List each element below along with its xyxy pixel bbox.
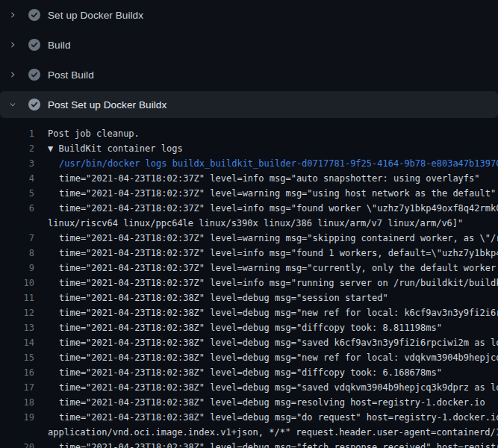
log-line-number[interactable]: 6 xyxy=(0,201,34,216)
step-label: Post Build xyxy=(48,69,94,81)
actions-log-viewer: Set up Docker Buildx Build Post Buil xyxy=(0,0,498,448)
log-line-text: time="2021-04-23T18:02:37Z" level=info m… xyxy=(59,171,480,186)
step-header-build[interactable]: Build xyxy=(0,30,498,60)
log-line-number[interactable]: 3 xyxy=(0,156,34,171)
chevron-right-icon xyxy=(9,39,16,51)
log-line-number[interactable]: 17 xyxy=(0,380,34,395)
log-line-text: time="2021-04-23T18:02:38Z" level=debug … xyxy=(59,290,388,305)
log-line-text: time="2021-04-23T18:02:38Z" level=debug … xyxy=(59,350,498,365)
log-line: linux/riscv64 linux/ppc64le linux/s390x … xyxy=(0,216,498,231)
log-line-number[interactable]: 7 xyxy=(0,231,34,246)
log-line: 9 time="2021-04-23T18:02:37Z" level=warn… xyxy=(0,261,498,276)
log-line-number[interactable]: 10 xyxy=(0,276,34,290)
log-line-text: application/vnd.oci.image.index.v1+json,… xyxy=(48,425,498,440)
log-line-text: /usr/bin/docker logs buildx_buildkit_bui… xyxy=(59,156,498,171)
step-label: Build xyxy=(48,40,71,51)
log-line: 2 ▼ BuildKit container logs xyxy=(0,141,498,156)
step-label: Set up Docker Buildx xyxy=(48,10,143,21)
log-line-text: time="2021-04-23T18:02:38Z" level=debug … xyxy=(59,410,498,425)
log-line-text: Post job cleanup. xyxy=(48,126,140,141)
log-line: 20 time="2021-04-23T18:02:38Z" level=deb… xyxy=(0,440,498,448)
log-line-number[interactable]: 15 xyxy=(0,350,34,365)
chevron-down-icon xyxy=(9,99,16,111)
log-line: 5 time="2021-04-23T18:02:37Z" level=warn… xyxy=(0,186,498,201)
log-group-toggle[interactable]: ▼ BuildKit container logs xyxy=(48,141,183,156)
log-line-number[interactable]: 16 xyxy=(0,365,34,380)
log-line: 6 time="2021-04-23T18:02:37Z" level=info… xyxy=(0,201,498,216)
log-line-text: time="2021-04-23T18:02:37Z" level=warnin… xyxy=(59,186,496,201)
log-line-number[interactable]: 14 xyxy=(0,335,34,350)
log-line-text: time="2021-04-23T18:02:37Z" level=info m… xyxy=(59,276,498,290)
step-header-post-build[interactable]: Post Build xyxy=(0,60,498,90)
log-line-number[interactable]: 4 xyxy=(0,171,34,186)
log-line: 4 time="2021-04-23T18:02:37Z" level=info… xyxy=(0,171,498,186)
log-line-text: time="2021-04-23T18:02:37Z" level=warnin… xyxy=(59,231,498,246)
log-line: 18 time="2021-04-23T18:02:38Z" level=deb… xyxy=(0,395,498,410)
log-line-text: time="2021-04-23T18:02:38Z" level=debug … xyxy=(59,320,442,335)
log-line-text: time="2021-04-23T18:02:38Z" level=debug … xyxy=(59,335,498,350)
log-line: 17 time="2021-04-23T18:02:38Z" level=deb… xyxy=(0,380,498,395)
log-line: 16 time="2021-04-23T18:02:38Z" level=deb… xyxy=(0,365,498,380)
log-line-text: time="2021-04-23T18:02:38Z" level=debug … xyxy=(59,440,498,448)
log-line-text: time="2021-04-23T18:02:37Z" level=warnin… xyxy=(59,261,498,276)
log-line-number[interactable]: 2 xyxy=(0,141,34,156)
check-circle-icon xyxy=(28,99,40,111)
log-line-number[interactable] xyxy=(0,425,34,440)
log-output: 1 Post job cleanup. 2 ▼ BuildKit contain… xyxy=(0,118,498,448)
log-line-text: time="2021-04-23T18:02:38Z" level=debug … xyxy=(59,365,442,380)
log-line-text: time="2021-04-23T18:02:38Z" level=debug … xyxy=(59,380,498,395)
log-line: 7 time="2021-04-23T18:02:37Z" level=warn… xyxy=(0,231,498,246)
chevron-right-icon xyxy=(9,69,16,81)
log-line-text: linux/riscv64 linux/ppc64le linux/s390x … xyxy=(48,216,463,231)
check-circle-icon xyxy=(28,69,40,81)
log-line: 3 /usr/bin/docker logs buildx_buildkit_b… xyxy=(0,156,498,171)
step-header-post-set-up-docker-buildx[interactable]: Post Set up Docker Buildx xyxy=(0,91,498,118)
log-line: 14 time="2021-04-23T18:02:38Z" level=deb… xyxy=(0,335,498,350)
log-line: 1 Post job cleanup. xyxy=(0,126,498,141)
log-line: 11 time="2021-04-23T18:02:38Z" level=deb… xyxy=(0,290,498,305)
log-line: 13 time="2021-04-23T18:02:38Z" level=deb… xyxy=(0,320,498,335)
log-line: 12 time="2021-04-23T18:02:38Z" level=deb… xyxy=(0,305,498,320)
log-line-number[interactable]: 18 xyxy=(0,395,34,410)
log-line-number[interactable]: 19 xyxy=(0,410,34,425)
log-line-text: time="2021-04-23T18:02:38Z" level=debug … xyxy=(59,395,485,410)
log-line: 19 time="2021-04-23T18:02:38Z" level=deb… xyxy=(0,410,498,425)
log-line-number[interactable]: 20 xyxy=(0,440,34,448)
log-line: 15 time="2021-04-23T18:02:38Z" level=deb… xyxy=(0,350,498,365)
log-line-number[interactable]: 11 xyxy=(0,290,34,305)
log-line: 8 time="2021-04-23T18:02:37Z" level=info… xyxy=(0,246,498,261)
log-line-text: time="2021-04-23T18:02:37Z" level=info m… xyxy=(59,201,498,216)
log-line-number[interactable]: 8 xyxy=(0,246,34,261)
log-line-number[interactable]: 9 xyxy=(0,261,34,276)
log-line-number[interactable]: 5 xyxy=(0,186,34,201)
log-line-text: time="2021-04-23T18:02:37Z" level=info m… xyxy=(59,246,498,261)
log-line: application/vnd.oci.image.index.v1+json,… xyxy=(0,425,498,440)
log-line-number[interactable]: 1 xyxy=(0,126,34,141)
log-line-text: time="2021-04-23T18:02:38Z" level=debug … xyxy=(59,305,498,320)
chevron-right-icon xyxy=(9,9,16,21)
log-line: 10 time="2021-04-23T18:02:37Z" level=inf… xyxy=(0,276,498,290)
log-line-number[interactable]: 13 xyxy=(0,320,34,335)
check-circle-icon xyxy=(28,9,40,21)
log-line-number[interactable]: 12 xyxy=(0,305,34,320)
step-label: Post Set up Docker Buildx xyxy=(48,99,166,111)
log-line-number[interactable] xyxy=(0,216,34,231)
step-header-set-up-docker-buildx[interactable]: Set up Docker Buildx xyxy=(0,0,498,30)
steps-list: Set up Docker Buildx Build Post Buil xyxy=(0,0,498,118)
check-circle-icon xyxy=(28,39,40,51)
